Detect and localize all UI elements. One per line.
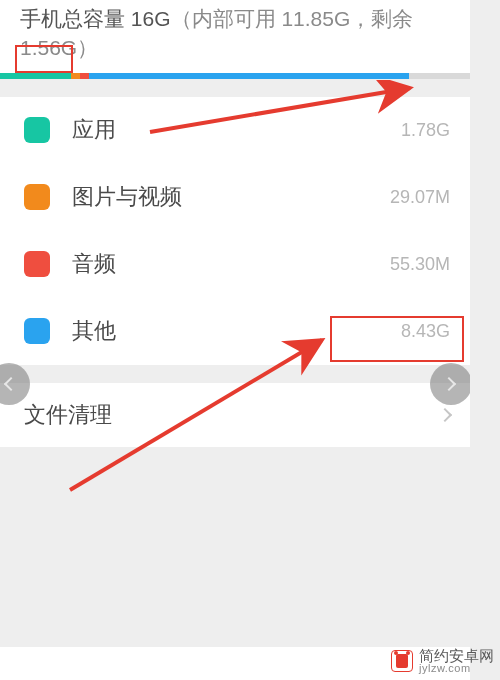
category-swatch-icon	[24, 251, 50, 277]
watermark-cn: 简约安卓网	[419, 648, 494, 663]
progress-segment	[89, 73, 409, 79]
header-paren-close: ）	[77, 36, 98, 59]
category-value: 29.07M	[390, 187, 450, 208]
storage-header: 手机总容量 16G（内部可用 11.85G，剩余 1.56G）	[0, 0, 470, 73]
category-row-apps[interactable]: 应用1.78G	[0, 97, 470, 164]
watermark-text: 简约安卓网 jylzw.com	[419, 648, 494, 674]
category-label: 图片与视频	[72, 182, 390, 212]
category-value: 55.30M	[390, 254, 450, 275]
storage-progress-bar	[0, 73, 470, 79]
category-label: 其他	[72, 316, 401, 346]
progress-segment	[71, 73, 80, 79]
header-usable: 11.85G	[281, 7, 350, 30]
gallery-next-button[interactable]	[430, 363, 470, 405]
divider	[0, 447, 470, 647]
category-value: 8.43G	[401, 321, 450, 342]
watermark-url: jylzw.com	[419, 663, 494, 674]
file-cleanup-row[interactable]: 文件清理	[0, 383, 470, 447]
header-paren-open: （内部可用	[171, 7, 282, 30]
category-swatch-icon	[24, 184, 50, 210]
category-swatch-icon	[24, 117, 50, 143]
category-label: 音频	[72, 249, 390, 279]
category-swatch-icon	[24, 318, 50, 344]
divider	[0, 79, 470, 97]
file-cleanup-label: 文件清理	[24, 400, 440, 430]
watermark: 简约安卓网 jylzw.com	[391, 648, 494, 674]
progress-segment	[80, 73, 89, 79]
category-row-audio[interactable]: 音频55.30M	[0, 231, 470, 298]
watermark-logo-icon	[391, 650, 413, 672]
header-paren-mid: ，剩余	[350, 7, 413, 30]
progress-segment	[0, 73, 71, 79]
category-value: 1.78G	[401, 120, 450, 141]
chevron-left-icon	[4, 377, 18, 391]
category-row-other[interactable]: 其他8.43G	[0, 298, 470, 365]
chevron-right-icon	[438, 408, 452, 422]
category-list: 应用1.78G图片与视频29.07M音频55.30M其他8.43G	[0, 97, 470, 365]
header-title-prefix: 手机总容量	[20, 7, 131, 30]
header-remaining: 1.56G	[20, 36, 77, 59]
header-total: 16G	[131, 7, 171, 30]
divider	[0, 365, 470, 383]
storage-screen: 手机总容量 16G（内部可用 11.85G，剩余 1.56G） 应用1.78G图…	[0, 0, 470, 680]
chevron-right-icon	[442, 377, 456, 391]
category-row-media[interactable]: 图片与视频29.07M	[0, 164, 470, 231]
category-label: 应用	[72, 115, 401, 145]
